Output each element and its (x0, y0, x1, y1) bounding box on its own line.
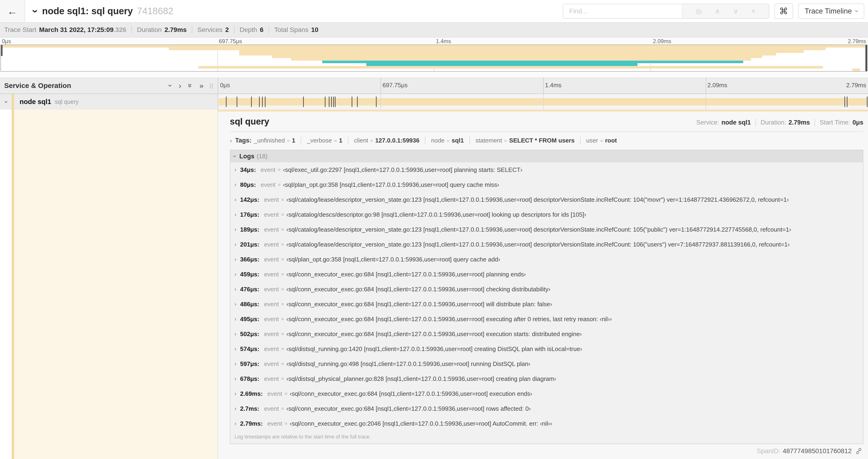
log-value: ‹sql/conn_executor_exec.go:684 [nsql1,cl… (286, 316, 612, 323)
chevron-down-icon: › (853, 10, 860, 12)
log-entry[interactable]: › 176μs: event = ‹sql/catalog/descs/desc… (230, 207, 863, 222)
tag-value: root (605, 137, 617, 144)
prev-match-icon[interactable]: ∧ (715, 7, 720, 15)
focus-match-icon[interactable]: ◎ (695, 7, 702, 15)
log-equals: = (281, 346, 284, 352)
trace-summary-bar: Trace Start March 31 2022, 17:25:09 .326… (0, 23, 868, 38)
log-timestamp: 2.69ms: (240, 390, 263, 397)
back-arrow-icon: ← (7, 5, 18, 17)
chevron-right-icon: › (235, 346, 236, 352)
log-value: ‹sql/conn_executor_exec.go:684 [nsql1,cl… (286, 286, 551, 293)
log-marker (325, 97, 326, 107)
minimap-span-bar (239, 53, 776, 56)
tag-equals: = (446, 138, 450, 144)
tag-value: 1 (292, 137, 295, 144)
expand-all-icon[interactable]: » (199, 82, 204, 89)
minimap-span-bar (239, 50, 804, 53)
trace-view-selector[interactable]: Trace Timeline › (798, 3, 864, 19)
log-timestamp: 495μs: (240, 316, 259, 323)
span-id-value: 4877749850101760812 (783, 447, 852, 455)
back-button[interactable]: ← (0, 0, 25, 22)
log-equals: = (281, 316, 284, 322)
summary-item: Trace Start March 31 2022, 17:25:09 .326 (4, 26, 126, 34)
find-input[interactable] (563, 4, 682, 18)
log-entry[interactable]: › 2.7ms: event = ‹sql/conn_executor_exec… (230, 401, 863, 416)
log-value: ‹sql/distsql_running.go:1420 [nsql1,clie… (286, 346, 582, 353)
keyboard-shortcuts-button[interactable]: ⌘ (774, 3, 793, 19)
tag-equals: = (287, 138, 290, 144)
log-entry[interactable]: › 486μs: event = ‹sql/conn_executor_exec… (230, 297, 863, 312)
log-timestamp: 476μs: (240, 286, 259, 293)
span-service-name[interactable]: node sql1 (20, 98, 51, 106)
expand-one-icon[interactable]: › (179, 82, 181, 89)
chevron-right-icon: › (235, 406, 236, 412)
log-entry[interactable]: › 459μs: event = ‹sql/conn_executor_exec… (230, 267, 863, 282)
span-meta-value: 0μs (852, 119, 863, 126)
tag-item: node = sql1 (425, 137, 464, 144)
log-value: ‹sql/exec_util.go:2297 [nsql1,client=127… (283, 166, 522, 173)
timeline-header-left: Service & Operation › › » » || (0, 77, 218, 94)
log-entry[interactable]: › 495μs: event = ‹sql/conn_executor_exec… (230, 312, 863, 327)
logs-header[interactable]: › Logs (18) (230, 150, 863, 162)
span-row-track (218, 94, 868, 110)
log-timestamp: 597μs: (240, 360, 259, 368)
log-entry[interactable]: › 366μs: event = ‹sql/plan_opt.go:358 [n… (230, 252, 863, 267)
span-row-name-column[interactable]: › node sql1 sql query (0, 94, 218, 110)
clear-find-icon[interactable]: × (751, 7, 756, 15)
minimap-span-bar (272, 56, 762, 58)
log-entry[interactable]: › 597μs: event = ‹sql/distsql_running.go… (230, 356, 863, 371)
span-collapse-chevron-icon[interactable]: › (3, 101, 9, 103)
tags-toggle[interactable]: › Tags: (230, 137, 254, 144)
span-meta-label: Service: (696, 119, 719, 126)
log-equals: = (281, 286, 284, 292)
column-resizer-handle[interactable]: || (210, 82, 214, 89)
log-timestamp: 678μs: (240, 375, 259, 383)
tag-key: _unfinished (254, 137, 285, 144)
log-entry[interactable]: › 2.69ms: event = ‹sql/conn_executor_exe… (230, 386, 863, 401)
minimap-left-scrubber[interactable] (1, 45, 3, 56)
selected-span-highlight (14, 110, 218, 459)
summary-value: March 31 2022, 17:25:09 (39, 26, 114, 34)
log-entry[interactable]: › 201μs: event = ‹sql/catalog/lease/desc… (230, 237, 863, 252)
log-entry[interactable]: › 34μs: event = ‹sql/exec_util.go:2297 [… (230, 162, 863, 177)
log-entry[interactable]: › 678μs: event = ‹sql/distsql_physical_p… (230, 371, 863, 386)
log-entry[interactable]: › 2.79ms: event = ‹sql/conn_executor_exe… (230, 416, 863, 431)
chevron-right-icon: › (230, 138, 232, 144)
minimap-span-bar (291, 58, 751, 61)
span-meta-item: Service: node sql1 (696, 119, 751, 126)
log-timestamp: 574μs: (240, 346, 259, 353)
logs-label: Logs (239, 153, 254, 160)
log-entry[interactable]: › 189μs: event = ‹sql/catalog/lease/desc… (230, 222, 863, 237)
minimap-right-scrubber[interactable] (865, 45, 867, 71)
span-detail-left-column (0, 110, 218, 459)
log-marker (331, 97, 332, 107)
find-box: ◎ ∧ ∨ × (563, 4, 769, 19)
log-entry[interactable]: › 502μs: event = ‹sql/conn_executor_exec… (230, 327, 863, 341)
collapse-all-icon[interactable]: » (187, 84, 194, 88)
tick-label: 2.79ms (844, 81, 868, 89)
summary-value: 6 (260, 26, 264, 34)
log-entry[interactable]: › 80μs: event = ‹sql/plan_opt.go:358 [ns… (230, 177, 863, 192)
span-color-accent (12, 110, 14, 459)
find-extras: ◎ ∧ ∨ × (682, 4, 769, 18)
log-entry[interactable]: › 142μs: event = ‹sql/catalog/lease/desc… (230, 192, 863, 207)
summary-item: Total Spans 10 (269, 26, 318, 34)
span-operation-name: sql query (55, 98, 79, 105)
deep-link-icon[interactable] (855, 447, 862, 455)
next-match-icon[interactable]: ∨ (733, 7, 738, 15)
log-field-key: event (264, 271, 279, 278)
service-operation-header: Service & Operation (4, 81, 169, 90)
minimap-span-bar (1, 45, 867, 47)
minimap-canvas[interactable] (0, 44, 868, 72)
collapse-one-icon[interactable]: › (167, 84, 174, 87)
log-entry[interactable]: › 574μs: event = ‹sql/distsql_running.go… (230, 341, 863, 356)
log-timestamp: 366μs: (240, 256, 259, 263)
summary-item: Depth 6 (234, 26, 264, 34)
chevron-right-icon: › (235, 376, 236, 382)
log-entry[interactable]: › 476μs: event = ‹sql/conn_executor_exec… (230, 282, 863, 297)
gridline (380, 94, 381, 110)
log-marker (226, 97, 226, 107)
minimap-span-bar (169, 47, 826, 50)
trace-collapse-chevron-icon[interactable]: › (30, 9, 41, 13)
log-timestamp: 502μs: (240, 330, 259, 338)
